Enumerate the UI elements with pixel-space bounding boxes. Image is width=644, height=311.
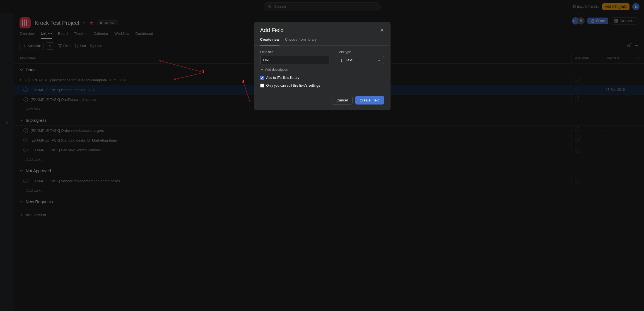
field-title-input[interactable] [260, 56, 329, 64]
close-button[interactable]: ✕ [380, 28, 384, 33]
field-title-label: Field title [260, 50, 329, 54]
only-you-label: Only you can edit this field's settings [266, 84, 320, 88]
modal-title: Add Field [260, 27, 284, 33]
field-type-select[interactable]: Text [337, 56, 384, 64]
add-description-button[interactable]: ＋ Add description [260, 67, 384, 72]
plus-icon: ＋ [260, 67, 264, 72]
add-to-library-checkbox[interactable]: Add to IT's field library [260, 76, 384, 80]
annotation-4: 4 [242, 79, 244, 84]
field-type-value: Text [346, 58, 353, 62]
chevron-down-icon [377, 58, 381, 62]
only-you-checkbox[interactable]: Only you can edit this field's settings [260, 84, 384, 88]
annotation-3: 3 [202, 69, 204, 74]
add-field-modal: Add Field ✕ Create new Choose from libra… [254, 22, 390, 110]
tab-choose-library[interactable]: Choose from library [285, 37, 317, 45]
tab-create-new[interactable]: Create new [260, 37, 279, 45]
cancel-button[interactable]: Cancel [332, 96, 352, 105]
add-description-label: Add description [265, 68, 288, 72]
create-field-button[interactable]: Create Field [355, 96, 384, 105]
modal-tabs: Create new Choose from library [254, 33, 390, 46]
checkbox-input[interactable] [260, 76, 264, 80]
field-type-label: Field type [337, 50, 384, 54]
add-to-library-label: Add to IT's field library [266, 76, 299, 80]
text-type-icon [340, 58, 344, 62]
checkbox-input[interactable] [260, 84, 264, 88]
